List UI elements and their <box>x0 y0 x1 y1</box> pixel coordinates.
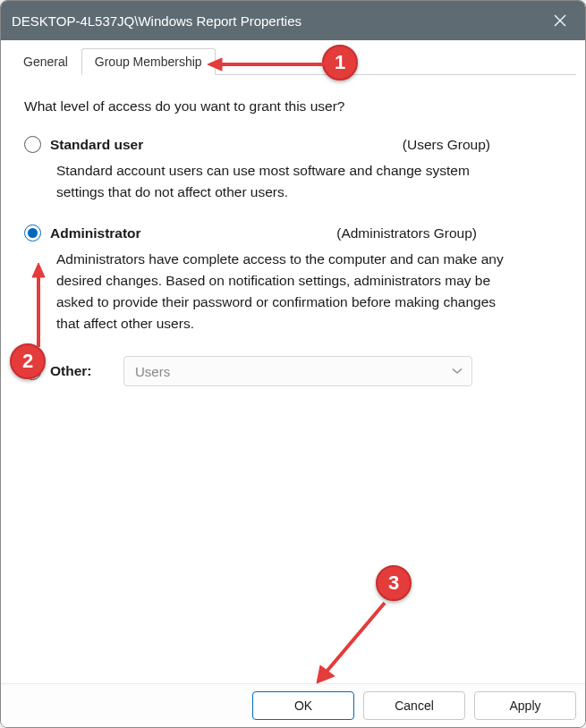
label-other: Other: <box>50 363 102 379</box>
other-group-dropdown[interactable]: Users <box>123 356 472 386</box>
radio-administrator[interactable] <box>24 224 41 241</box>
content-area: General Group Membership What level of a… <box>1 40 585 683</box>
tab-group-membership[interactable]: Group Membership <box>81 48 216 75</box>
radio-standard[interactable] <box>24 136 41 153</box>
close-icon <box>554 14 566 27</box>
close-button[interactable] <box>535 1 585 40</box>
ok-button[interactable]: OK <box>252 691 354 720</box>
desc-standard: Standard account users can use most soft… <box>56 160 513 203</box>
tab-strip: General Group Membership <box>10 47 576 75</box>
option-admin-head: Administrator (Administrators Group) <box>24 224 562 241</box>
group-standard: (Users Group) <box>403 137 490 153</box>
option-standard-head: Standard user (Users Group) <box>24 136 562 153</box>
desc-administrator: Administrators have complete access to t… <box>56 249 513 334</box>
chevron-down-icon <box>452 365 463 377</box>
dropdown-value: Users <box>135 364 170 379</box>
cancel-button[interactable]: Cancel <box>363 691 465 720</box>
option-administrator: Administrator (Administrators Group) Adm… <box>24 224 562 334</box>
label-standard: Standard user <box>50 137 143 153</box>
access-question: What level of access do you want to gran… <box>24 98 562 114</box>
dialog-buttons: OK Cancel Apply <box>1 683 585 727</box>
properties-dialog: DESKTOP-4L537JQ\Windows Report Propertie… <box>0 0 586 728</box>
option-other: Other: Users <box>24 356 562 386</box>
apply-button[interactable]: Apply <box>474 691 576 720</box>
radio-other[interactable] <box>24 363 41 380</box>
tab-general[interactable]: General <box>10 48 81 75</box>
window-title: DESKTOP-4L537JQ\Windows Report Propertie… <box>12 13 301 29</box>
group-membership-panel: What level of access do you want to gran… <box>10 75 576 676</box>
titlebar: DESKTOP-4L537JQ\Windows Report Propertie… <box>1 1 585 40</box>
option-standard: Standard user (Users Group) Standard acc… <box>24 136 562 203</box>
label-administrator: Administrator <box>50 225 141 241</box>
group-administrator: (Administrators Group) <box>336 225 477 241</box>
